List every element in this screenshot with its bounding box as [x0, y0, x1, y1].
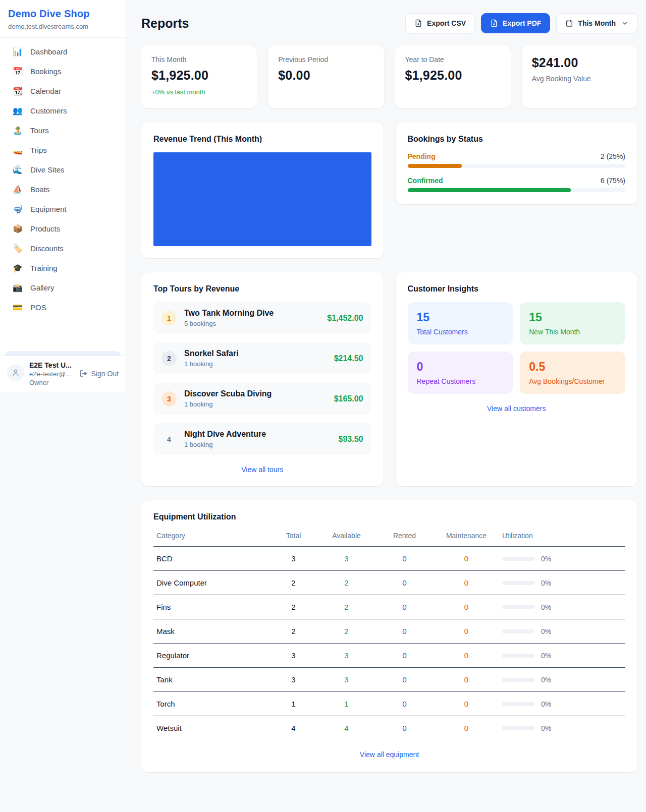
sign-out-button[interactable]: Sign Out	[79, 369, 119, 378]
view-all-customers-link[interactable]: View all customers	[487, 404, 546, 413]
revenue-trend-title: Revenue Trend (This Month)	[153, 135, 371, 144]
shop-name: Demo Dive Shop	[8, 8, 118, 20]
top-tours-title: Top Tours by Revenue	[153, 284, 371, 294]
tour-list: 1 Two Tank Morning Dive 5 bookings $1,45…	[153, 302, 371, 455]
utilization-cell: 0%	[502, 627, 622, 635]
table-row: Regulator 3 3 0 0 0%	[153, 644, 625, 668]
sign-out-icon	[79, 369, 88, 378]
sidebar-item-label: Bookings	[30, 67, 62, 76]
tour-row: 2 Snorkel Safari 1 booking $214.50	[153, 342, 371, 374]
cell-rented: 0	[375, 619, 434, 644]
status-row: Pending 2 (25%)	[408, 152, 626, 168]
bar-chart-icon: 📊	[12, 48, 23, 56]
utilization-percent: 0%	[541, 676, 551, 684]
tour-name: Snorkel Safari	[184, 349, 239, 358]
utilization-bar-track	[502, 557, 534, 561]
stat-card: Year to Date $1,925.00	[395, 45, 511, 108]
utilization-bar-track	[502, 654, 534, 658]
sidebar-item-label: Products	[30, 224, 60, 233]
view-all-tours-link[interactable]: View all tours	[241, 466, 283, 474]
sidebar-item[interactable]: ⛵ Boats	[5, 181, 121, 198]
col-category: Category	[153, 527, 270, 547]
export-csv-button[interactable]: Export CSV	[405, 13, 475, 33]
table-row: Fins 2 2 0 0 0%	[153, 595, 625, 619]
sidebar-item[interactable]: 📸 Gallery	[5, 279, 121, 297]
insight-label: Repeat Customers	[417, 377, 504, 385]
cell-available: 2	[317, 595, 375, 619]
utilization-cell: 0%	[502, 652, 622, 660]
utilization-cell: 0%	[502, 603, 622, 611]
stat-value: $0.00	[278, 68, 373, 83]
stat-card: This Month $1,925.00 +0% vs last month	[141, 45, 257, 108]
sidebar-item-label: Calendar	[30, 87, 61, 95]
sidebar-item[interactable]: 🌊 Dive Sites	[5, 161, 121, 179]
utilization-cell: 0%	[502, 700, 622, 708]
sidebar-item-label: POS	[30, 303, 46, 312]
insight-tile: 0 Repeat Customers	[408, 352, 513, 394]
sidebar-item-label: Tours	[30, 126, 49, 135]
bookings-by-status-card: Bookings by Status Pending 2 (25%)	[396, 123, 638, 204]
status-count: 6 (75%)	[601, 177, 625, 185]
utilization-cell: 0%	[502, 579, 622, 587]
cell-available: 3	[317, 644, 375, 668]
stat-label: This Month	[151, 55, 247, 64]
equipment-utilization-card: Equipment Utilization Category Total Ava…	[141, 500, 637, 772]
sidebar-item[interactable]: 🤿 Equipment	[5, 200, 121, 218]
insight-value: 15	[417, 311, 504, 324]
cell-maintenance: 0	[434, 619, 499, 644]
diving-mask-icon: 🤿	[12, 205, 23, 213]
insight-tile: 15 New This Month	[520, 302, 625, 344]
sidebar-item[interactable]: 💳 POS	[5, 299, 121, 316]
package-icon: 📦	[12, 225, 23, 233]
export-pdf-button[interactable]: Export PDF	[481, 13, 550, 33]
credit-card-icon: 💳	[12, 304, 23, 312]
cell-rented: 0	[375, 571, 434, 595]
cell-available: 4	[317, 716, 375, 740]
header-actions: Export CSV Export PDF This Month	[405, 13, 637, 33]
tour-bookings: 1 booking	[184, 400, 272, 408]
user-box: E2E Test U... e2e-tester@... Owner Sign …	[0, 356, 126, 392]
user-email: e2e-tester@...	[29, 370, 72, 378]
island-icon: 🏝️	[12, 127, 23, 135]
tour-name: Night Dive Adventure	[184, 430, 266, 439]
sidebar-item[interactable]: 📦 Products	[5, 220, 121, 238]
sidebar-item[interactable]: 🚤 Trips	[5, 141, 121, 159]
table-row: Wetsuit 4 4 0 0 0%	[153, 716, 625, 740]
utilization-cell: 0%	[502, 555, 622, 563]
cell-maintenance: 0	[434, 692, 499, 716]
sidebar-item[interactable]: 👥 Customers	[5, 102, 121, 120]
utilization-bar-track	[502, 702, 534, 706]
utilization-percent: 0%	[541, 700, 551, 708]
utilization-bar-track	[502, 629, 534, 633]
export-csv-label: Export CSV	[427, 19, 466, 27]
sidebar-item[interactable]: 🏝️ Tours	[5, 122, 121, 139]
insight-label: Total Customers	[417, 328, 504, 336]
stat-label: Year to Date	[405, 55, 501, 64]
view-all-equipment-link[interactable]: View all equipment	[360, 750, 419, 759]
charts-row: Revenue Trend (This Month) Bookings by S…	[141, 123, 637, 258]
cell-category: Mask	[153, 619, 270, 644]
calendar-icon: 📆	[12, 87, 23, 95]
cell-total: 1	[270, 692, 317, 716]
sidebar-item[interactable]: 📆 Calendar	[5, 82, 121, 100]
cell-category: Tank	[153, 668, 270, 692]
sidebar-item-label: Trips	[30, 146, 47, 154]
calendar-date-icon: 📅	[12, 68, 23, 76]
sidebar-item[interactable]: 📅 Bookings	[5, 63, 121, 80]
insights-row: Top Tours by Revenue 1 Two Tank Morning …	[141, 272, 637, 486]
customer-insights-title: Customer Insights	[408, 284, 626, 294]
col-utilization: Utilization	[499, 527, 625, 547]
brand-block: Demo Dive Shop demo.test.divestreams.com	[0, 0, 126, 38]
period-dropdown[interactable]: This Month	[556, 13, 637, 33]
user-role: Owner	[29, 379, 72, 386]
sidebar-item[interactable]: 🏷️ Discounts	[5, 240, 121, 257]
period-label: This Month	[578, 19, 616, 27]
user-info: E2E Test U... e2e-tester@... Owner	[29, 361, 72, 386]
tour-name: Discover Scuba Diving	[184, 389, 272, 398]
tour-row: 1 Two Tank Morning Dive 5 bookings $1,45…	[153, 302, 371, 334]
sidebar-item[interactable]: 📊 Dashboard	[5, 43, 121, 61]
sidebar-item[interactable]: 🎓 Training	[5, 259, 121, 277]
status-bars: Pending 2 (25%) Confirmed 6 (75%)	[408, 152, 626, 192]
sidebar-item-active-partial[interactable]	[5, 351, 121, 356]
utilization-cell: 0%	[502, 676, 622, 684]
